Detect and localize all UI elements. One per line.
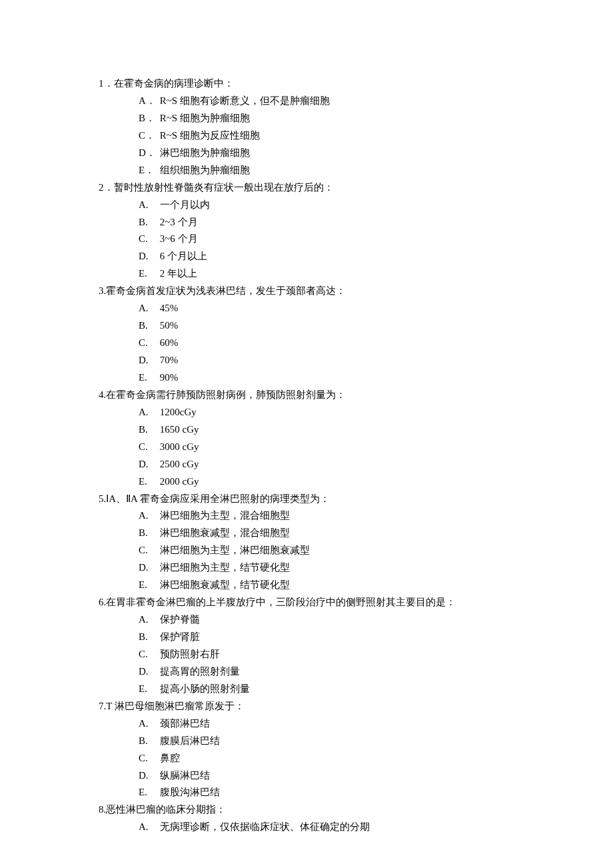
option-item: A. 颈部淋巴结 bbox=[139, 715, 520, 733]
option-label: D. bbox=[139, 248, 157, 265]
question-stem: 在霍奇金病的病理诊断中： bbox=[114, 78, 234, 89]
option-item: D. 纵膈淋巴结 bbox=[139, 767, 520, 785]
question-5: 5.ⅠA、ⅡA 霍奇金病应采用全淋巴照射的病理类型为：A. 淋巴细胞为主型，混合… bbox=[99, 491, 520, 595]
option-text: R~S 细胞为肿瘤细胞 bbox=[160, 113, 250, 123]
options-list: A. 保护脊髓B. 保护肾脏C. 预防照射右肝D. 提高胃的照射剂量E. 提高小… bbox=[99, 611, 520, 698]
option-text: 无病理诊断，仅依据临床症状、体征确定的分期 bbox=[160, 821, 370, 832]
option-item: C. 3000 cGy bbox=[139, 439, 520, 456]
option-text: 2 年以上 bbox=[160, 268, 197, 279]
option-label: E． bbox=[139, 162, 157, 179]
option-label: E. bbox=[139, 473, 157, 491]
option-text: 2000 cGy bbox=[160, 476, 199, 487]
option-label: A. bbox=[139, 715, 157, 733]
question-number: 7. bbox=[99, 701, 106, 711]
option-item: E. 2 年以上 bbox=[139, 265, 520, 283]
option-label: E. bbox=[139, 577, 157, 594]
option-label: B. bbox=[139, 629, 157, 646]
option-text: 淋巴细胞为主型，结节硬化型 bbox=[160, 562, 290, 573]
option-label: B. bbox=[139, 214, 157, 231]
question-number: 6. bbox=[99, 597, 106, 607]
option-item: B. 50% bbox=[139, 317, 520, 335]
option-text: 90% bbox=[160, 372, 179, 383]
question-stem: 在霍奇金病需行肺预防照射病例，肺预防照射剂量为： bbox=[106, 389, 346, 400]
option-label: B. bbox=[139, 733, 157, 750]
option-text: 淋巴细胞为肿瘤细胞 bbox=[160, 147, 250, 158]
option-label: C. bbox=[139, 750, 157, 767]
question-text: 6.在胃非霍奇金淋巴瘤的上半腹放疗中，三阶段治疗中的侧野照射其主要目的是： bbox=[99, 594, 520, 611]
option-text: 60% bbox=[160, 337, 179, 348]
option-label: D． bbox=[139, 145, 157, 162]
question-stem: T 淋巴母细胞淋巴瘤常原发于： bbox=[106, 701, 245, 711]
option-text: 70% bbox=[160, 355, 179, 365]
option-text: 1200cGy bbox=[160, 407, 197, 417]
option-text: 2~3 个月 bbox=[160, 217, 198, 227]
option-item: C. 鼻腔 bbox=[139, 750, 520, 767]
option-text: 1650 cGy bbox=[160, 424, 199, 435]
option-label: A. bbox=[139, 404, 157, 421]
option-label: C. bbox=[139, 439, 157, 456]
question-text: 3.霍奇金病首发症状为浅表淋巴结，发生于颈部者高达： bbox=[99, 283, 520, 300]
option-text: 颈部淋巴结 bbox=[160, 718, 210, 729]
option-label: B. bbox=[139, 525, 157, 542]
option-text: 纵膈淋巴结 bbox=[160, 770, 210, 781]
question-text: 5.ⅠA、ⅡA 霍奇金病应采用全淋巴照射的病理类型为： bbox=[99, 491, 520, 508]
option-label: D. bbox=[139, 456, 157, 473]
option-label: A. bbox=[139, 197, 157, 214]
option-text: R~S 细胞有诊断意义，但不是肿瘤细胞 bbox=[160, 95, 330, 106]
option-label: C. bbox=[139, 335, 157, 352]
option-item: D. 提高胃的照射剂量 bbox=[139, 663, 520, 681]
question-number: 8. bbox=[99, 804, 106, 815]
option-label: E. bbox=[139, 681, 157, 698]
question-stem: ⅠA、ⅡA 霍奇金病应采用全淋巴照射的病理类型为： bbox=[106, 493, 330, 504]
option-text: 2500 cGy bbox=[160, 459, 199, 469]
option-text: 组织细胞为肿瘤细胞 bbox=[160, 165, 250, 175]
option-item: C. 淋巴细胞为主型，淋巴细胞衰减型 bbox=[139, 542, 520, 559]
option-item: D. 6 个月以上 bbox=[139, 248, 520, 265]
option-item: B. 1650 cGy bbox=[139, 421, 520, 439]
option-text: R~S 细胞为反应性细胞 bbox=[160, 130, 260, 141]
option-label: A. bbox=[139, 507, 157, 525]
options-list: A. 1200cGyB. 1650 cGyC. 3000 cGyD. 2500 … bbox=[99, 404, 520, 491]
option-item: D. 淋巴细胞为主型，结节硬化型 bbox=[139, 559, 520, 577]
option-label: D. bbox=[139, 559, 157, 577]
question-8: 8.恶性淋巴瘤的临床分期指：A. 无病理诊断，仅依据临床症状、体征确定的分期 bbox=[99, 801, 520, 836]
option-item: D． 淋巴细胞为肿瘤细胞 bbox=[139, 145, 520, 162]
option-text: 淋巴细胞衰减型，混合细胞型 bbox=[160, 527, 290, 538]
option-label: A. bbox=[139, 300, 157, 317]
option-item: A. 一个月以内 bbox=[139, 197, 520, 214]
option-label: C. bbox=[139, 231, 157, 248]
option-label: D. bbox=[139, 767, 157, 785]
option-text: 45% bbox=[160, 303, 179, 313]
option-item: E. 提高小肠的照射剂量 bbox=[139, 681, 520, 698]
option-label: A． bbox=[139, 93, 157, 110]
question-number: 4. bbox=[99, 389, 106, 400]
option-label: C. bbox=[139, 646, 157, 663]
option-item: B. 腹膜后淋巴结 bbox=[139, 733, 520, 750]
option-text: 预防照射右肝 bbox=[160, 649, 220, 659]
option-item: B. 淋巴细胞衰减型，混合细胞型 bbox=[139, 525, 520, 542]
option-text: 提高小肠的照射剂量 bbox=[160, 683, 250, 694]
option-item: A． R~S 细胞有诊断意义，但不是肿瘤细胞 bbox=[139, 93, 520, 110]
options-list: A. 45%B. 50%C. 60%D. 70%E. 90% bbox=[99, 300, 520, 387]
option-item: E. 淋巴细胞衰减型，结节硬化型 bbox=[139, 577, 520, 594]
options-list: A. 淋巴细胞为主型，混合细胞型B. 淋巴细胞衰减型，混合细胞型C. 淋巴细胞为… bbox=[99, 507, 520, 594]
option-item: C. 60% bbox=[139, 335, 520, 352]
option-label: C． bbox=[139, 127, 157, 145]
option-item: D. 2500 cGy bbox=[139, 456, 520, 473]
question-number: 3. bbox=[99, 285, 106, 296]
option-label: A. bbox=[139, 819, 157, 836]
option-item: D. 70% bbox=[139, 352, 520, 369]
option-label: D. bbox=[139, 663, 157, 681]
option-item: B． R~S 细胞为肿瘤细胞 bbox=[139, 110, 520, 127]
question-1: 1．在霍奇金病的病理诊断中：A． R~S 细胞有诊断意义，但不是肿瘤细胞B． R… bbox=[99, 75, 520, 179]
option-label: B. bbox=[139, 421, 157, 439]
option-text: 3000 cGy bbox=[160, 441, 199, 452]
option-text: 腹膜后淋巴结 bbox=[160, 735, 220, 746]
question-stem: 在胃非霍奇金淋巴瘤的上半腹放疗中，三阶段治疗中的侧野照射其主要目的是： bbox=[106, 597, 456, 607]
option-item: A. 淋巴细胞为主型，混合细胞型 bbox=[139, 507, 520, 525]
option-item: C. 预防照射右肝 bbox=[139, 646, 520, 663]
option-text: 保护肾脏 bbox=[160, 631, 200, 642]
option-item: E． 组织细胞为肿瘤细胞 bbox=[139, 162, 520, 179]
option-text: 淋巴细胞衰减型，结节硬化型 bbox=[160, 579, 290, 590]
option-text: 保护脊髓 bbox=[160, 614, 200, 625]
